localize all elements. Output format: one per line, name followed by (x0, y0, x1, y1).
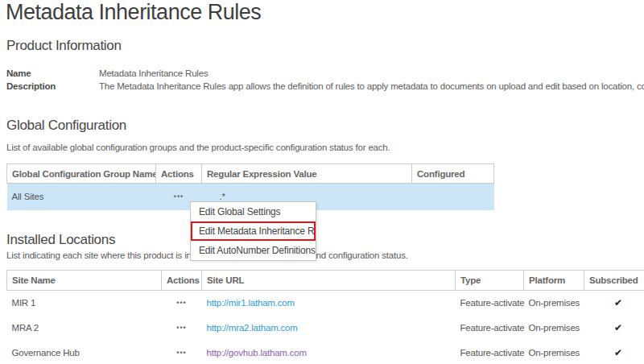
product-name-row: NameMetadata Inheritance Rules (6, 68, 644, 78)
menu-item-edit-metadata-inheritance-rules[interactable]: Edit Metadata Inheritance Rules (191, 221, 316, 241)
type-cell: Feature-activated (456, 341, 524, 364)
site-name-cell: MIR 1 (7, 291, 162, 316)
menu-item-label: Edit Metadata Inheritance Rules (199, 225, 316, 237)
installed-locations-table: Site Name Actions Site URL Type Platform… (6, 270, 644, 364)
col-configured: Configured (412, 164, 494, 184)
type-cell: Feature-activated (456, 291, 524, 316)
site-url-link[interactable]: http://mra2.latham.com (207, 323, 298, 333)
platform-cell: On-premises (524, 341, 584, 364)
name-value: Metadata Inheritance Rules (99, 68, 208, 78)
ellipsis-actions-icon[interactable]: ••• (167, 349, 197, 357)
configured-cell (412, 184, 494, 210)
menu-item-edit-global-settings[interactable]: Edit Global Settings (191, 202, 316, 221)
col-type: Type (456, 271, 524, 291)
ellipsis-actions-icon[interactable]: ••• (161, 192, 197, 201)
menu-item-edit-autonumber-definitions[interactable]: Edit AutoNumber Definitions (191, 241, 316, 260)
table-row-mra2[interactable]: MRA 2 ••• http://mra2.latham.com Feature… (7, 316, 644, 341)
col-actions: Actions (162, 271, 202, 291)
site-name-cell: MRA 2 (7, 316, 162, 341)
global-configuration-heading: Global Configuration (6, 118, 126, 134)
ellipsis-actions-icon[interactable]: ••• (167, 299, 197, 307)
global-config-header-row: Global Configuration Group Name Actions … (7, 164, 494, 184)
col-actions: Actions (156, 164, 202, 184)
platform-cell: On-premises (524, 316, 584, 341)
product-description-row: DescriptionThe Metadata Inheritance Rule… (6, 81, 644, 91)
platform-cell: On-premises (524, 291, 584, 316)
col-subscribed: Subscribed (584, 271, 644, 291)
subscribed-check-icon: ✔ (584, 291, 644, 316)
description-label: Description (6, 81, 99, 91)
type-cell: Feature-activated (456, 316, 524, 341)
col-site-url: Site URL (202, 271, 456, 291)
description-value: The Metadata Inheritance Rules app allow… (99, 81, 644, 91)
col-regex: Regular Expression Value (202, 164, 412, 184)
global-configuration-subtitle: List of available global configuration g… (6, 143, 390, 152)
metadata-inheritance-rules-page: Metadata Inheritance Rules Product Infor… (0, 0, 644, 364)
col-platform: Platform (524, 271, 584, 291)
subscribed-check-icon: ✔ (584, 316, 644, 341)
actions-context-menu: Edit Global Settings Edit Metadata Inher… (190, 201, 316, 261)
installed-locations-heading: Installed Locations (6, 232, 115, 248)
subscribed-check-icon: ✔ (584, 341, 644, 364)
site-url-link[interactable]: http://mir1.latham.com (207, 298, 295, 308)
product-information-heading: Product Information (6, 38, 122, 54)
table-row-mir1[interactable]: MIR 1 ••• http://mir1.latham.com Feature… (7, 291, 644, 316)
group-name-cell: All Sites (7, 184, 156, 210)
site-name-cell: Governance Hub (7, 341, 162, 364)
name-label: Name (6, 68, 99, 78)
col-site-name: Site Name (7, 271, 162, 291)
page-title: Metadata Inheritance Rules (6, 0, 261, 25)
installed-header-row: Site Name Actions Site URL Type Platform… (7, 271, 644, 291)
site-url-link[interactable]: http://govhub.latham.com (207, 348, 307, 358)
table-row-governance-hub[interactable]: Governance Hub ••• http://govhub.latham.… (7, 341, 644, 364)
ellipsis-actions-icon[interactable]: ••• (167, 324, 197, 332)
col-group-name: Global Configuration Group Name (7, 164, 156, 184)
